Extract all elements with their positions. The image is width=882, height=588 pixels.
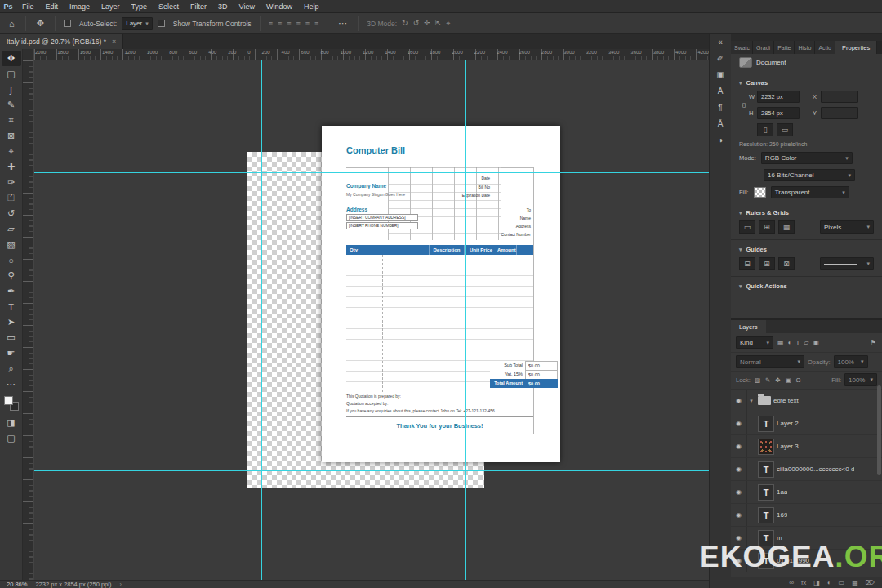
- chevron-right-icon[interactable]: ›: [119, 581, 122, 588]
- menu-item[interactable]: Image: [64, 2, 96, 11]
- visibility-toggle[interactable]: ◉: [731, 390, 747, 412]
- lock-artboard-icon[interactable]: ▣: [785, 376, 792, 384]
- align-bottom-icon[interactable]: ≡: [314, 20, 318, 28]
- adjustment-layer-icon[interactable]: ◐: [826, 579, 832, 586]
- clear-guides-icon[interactable]: ⊠: [778, 257, 795, 270]
- lock-position-icon[interactable]: ✥: [774, 376, 781, 384]
- layer-fill-dropdown[interactable]: 100%▾: [844, 373, 877, 386]
- group-disclosure-icon[interactable]: ▾: [747, 398, 755, 404]
- new-group-icon[interactable]: ▭: [838, 579, 846, 586]
- pen-tool[interactable]: ✒: [2, 283, 21, 299]
- clone-source-panel-icon[interactable]: ▣: [716, 70, 724, 79]
- menu-item[interactable]: Edit: [40, 2, 65, 11]
- menu-item[interactable]: File: [16, 2, 40, 11]
- lasso-tool[interactable]: ʃ: [2, 82, 21, 97]
- height-input[interactable]: 2854 px: [757, 107, 800, 119]
- panel-tab[interactable]: Swatc: [731, 41, 753, 54]
- rectangle-tool[interactable]: ▭: [2, 330, 21, 345]
- layer-row[interactable]: ◉ T cilla0000000...ccccccc<0 d: [731, 458, 882, 481]
- type-tool[interactable]: T: [2, 299, 21, 314]
- foreground-color-swatch[interactable]: [4, 396, 13, 405]
- filter-kind-dropdown[interactable]: Kind▾: [736, 336, 773, 349]
- menu-item[interactable]: Layer: [96, 2, 126, 11]
- color-mode-dropdown[interactable]: RGB Color▾: [761, 152, 853, 164]
- layer-thumbnail[interactable]: [758, 439, 774, 455]
- marquee-tool[interactable]: ▢: [2, 66, 21, 82]
- width-input[interactable]: 2232 px: [757, 91, 800, 103]
- panel-tab[interactable]: Actio: [815, 41, 835, 54]
- blur-tool[interactable]: ○: [2, 252, 21, 268]
- bit-depth-dropdown[interactable]: 16 Bits/Channel▾: [764, 169, 855, 181]
- character-panel-icon[interactable]: A: [718, 87, 724, 96]
- filter-type-layers-icon[interactable]: T: [795, 339, 800, 346]
- 3d-orbit-icon[interactable]: ↻: [402, 19, 408, 28]
- panel-tab[interactable]: Patte: [774, 41, 795, 54]
- guide-horizontal[interactable]: [34, 470, 709, 471]
- blend-mode-dropdown[interactable]: Normal▾: [736, 355, 804, 368]
- layers-tab[interactable]: Layers: [731, 320, 766, 333]
- menu-item[interactable]: View: [234, 2, 261, 11]
- lock-transparency-icon[interactable]: ▨: [754, 376, 761, 384]
- layer-thumbnail[interactable]: T: [758, 484, 774, 501]
- align-middle-icon[interactable]: ≡: [305, 20, 310, 28]
- layer-row[interactable]: ◉ Layer 3: [731, 435, 882, 458]
- lock-pixels-icon[interactable]: ✎: [764, 376, 771, 384]
- delete-layer-icon[interactable]: ⌦: [865, 579, 875, 586]
- glyphs-panel-icon[interactable]: Ā: [718, 119, 724, 128]
- visibility-toggle[interactable]: ◉: [731, 458, 747, 480]
- edit-toolbar-icon[interactable]: ⋯: [2, 376, 21, 392]
- layer-row[interactable]: ◉ T Layer 2: [731, 412, 882, 435]
- opacity-dropdown[interactable]: 100%▾: [834, 355, 868, 368]
- brush-settings-panel-icon[interactable]: ✐: [717, 54, 724, 63]
- more-options-icon[interactable]: ⋯: [336, 18, 350, 29]
- filter-pixel-layers-icon[interactable]: ▦: [777, 339, 785, 346]
- menu-item[interactable]: 3D: [212, 2, 234, 11]
- canvas-section-header[interactable]: ▾ Canvas: [731, 75, 882, 89]
- panel-tab[interactable]: Histo: [795, 41, 815, 54]
- layer-row[interactable]: ◉ T 169: [731, 504, 882, 527]
- menu-item[interactable]: Filter: [185, 2, 212, 11]
- rulers-grids-section-header[interactable]: ▾ Rulers & Grids: [731, 205, 882, 219]
- filter-smart-objects-icon[interactable]: ▣: [812, 339, 820, 346]
- landscape-orientation-icon[interactable]: ▭: [777, 123, 793, 136]
- home-icon[interactable]: ⌂: [7, 19, 17, 29]
- toggle-rulers-icon[interactable]: ▭: [739, 220, 755, 234]
- filter-shape-layers-icon[interactable]: ▱: [803, 339, 809, 346]
- layer-thumbnail[interactable]: T: [758, 416, 774, 432]
- 3d-slide-icon[interactable]: ⇱: [435, 19, 442, 28]
- visibility-toggle[interactable]: ◉: [731, 504, 747, 526]
- frame-tool[interactable]: ⊠: [2, 128, 21, 144]
- grid-settings-icon[interactable]: ▦: [778, 220, 795, 234]
- align-right-icon[interactable]: ≡: [287, 20, 291, 28]
- quick-actions-section-header[interactable]: ▾ Quick Actions: [731, 278, 882, 292]
- guide-vertical[interactable]: [466, 60, 466, 580]
- filter-adjustment-layers-icon[interactable]: ◐: [787, 339, 793, 346]
- quick-mask-icon[interactable]: ◨: [2, 415, 21, 430]
- brush-tool[interactable]: ✑: [2, 175, 21, 190]
- align-top-icon[interactable]: ≡: [296, 20, 300, 28]
- lock-guides-icon[interactable]: ⊞: [759, 257, 775, 270]
- dodge-tool[interactable]: ⚲: [2, 268, 21, 283]
- layer-row[interactable]: ◉ T 1aa: [731, 481, 882, 504]
- healing-brush-tool[interactable]: ✚: [2, 159, 21, 175]
- gradient-tool[interactable]: ▧: [2, 237, 21, 252]
- 3d-pan-icon[interactable]: ✛: [424, 19, 430, 28]
- menu-item[interactable]: Window: [261, 2, 298, 11]
- guides-section-header[interactable]: ▾ Guides: [731, 242, 882, 256]
- guide-horizontal[interactable]: [34, 172, 709, 173]
- layers-scrollbar[interactable]: [877, 385, 881, 475]
- layer-row[interactable]: ◉ ▾ edte text: [731, 390, 882, 412]
- visibility-toggle[interactable]: ◉: [731, 412, 747, 434]
- clone-stamp-tool[interactable]: ⏍: [2, 190, 21, 206]
- current-tool-icon[interactable]: ✥: [34, 18, 47, 29]
- canvas[interactable]: Computer Bill Date Company Name Bill No …: [34, 60, 709, 580]
- adjustments-panel-icon[interactable]: ◑: [718, 136, 723, 145]
- guide-vertical[interactable]: [261, 60, 262, 580]
- ruler-horizontal[interactable]: 2000180016001400120010008006004002000200…: [34, 49, 709, 60]
- hand-tool[interactable]: ☛: [2, 345, 21, 361]
- move-tool[interactable]: ✥: [2, 51, 21, 66]
- visibility-toggle[interactable]: ◉: [731, 481, 747, 503]
- toggle-guides-icon[interactable]: ⊟: [739, 257, 755, 270]
- paragraph-panel-icon[interactable]: ¶: [718, 103, 722, 112]
- visibility-toggle[interactable]: ◉: [731, 435, 747, 457]
